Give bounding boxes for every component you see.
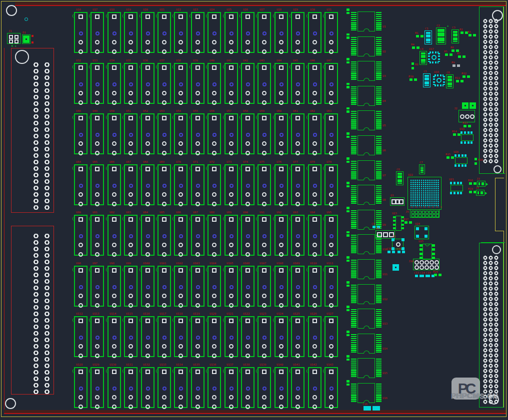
dot-footprint[interactable] xyxy=(24,17,28,21)
relay-footprint[interactable]: U35 xyxy=(124,63,138,104)
relay-footprint[interactable]: U44 xyxy=(274,63,288,104)
relay-footprint[interactable]: U97 xyxy=(90,266,104,307)
chip2-footprint[interactable]: R9 xyxy=(452,64,460,67)
chip2-footprint[interactable]: R15 xyxy=(446,156,454,159)
relay-footprint[interactable]: U77 xyxy=(291,164,304,205)
relay-footprint[interactable]: U118 xyxy=(174,316,188,357)
relay-footprint[interactable]: U58 xyxy=(241,113,254,154)
soic-footprint[interactable]: U7 xyxy=(351,160,383,180)
relay-footprint[interactable]: U138 xyxy=(241,367,254,408)
relay-footprint[interactable]: U78 xyxy=(308,164,322,205)
relay-footprint[interactable]: U139 xyxy=(258,367,271,408)
relay-footprint[interactable]: U134 xyxy=(174,367,188,408)
relay-footprint[interactable]: U90 xyxy=(241,215,254,256)
qfp-footprint[interactable]: U18 xyxy=(433,74,445,86)
relay-footprint[interactable]: U66 xyxy=(108,164,121,205)
relay-footprint[interactable]: U49 xyxy=(90,113,104,154)
relay-footprint[interactable]: U46 xyxy=(308,63,322,104)
chip2-footprint[interactable]: R5 xyxy=(445,53,452,56)
relay-footprint[interactable]: U85 xyxy=(158,215,171,256)
relay-footprint[interactable]: U128 xyxy=(74,367,88,408)
cap3-footprint[interactable]: C7 xyxy=(419,164,425,174)
chip2-footprint[interactable]: R11 xyxy=(456,80,464,82)
cap3-footprint[interactable]: C5 xyxy=(423,73,430,87)
relay-footprint[interactable]: U36 xyxy=(141,63,154,104)
relay-footprint[interactable]: U131 xyxy=(124,367,138,408)
relay-footprint[interactable]: U92 xyxy=(274,215,288,256)
relay-footprint[interactable]: U86 xyxy=(174,215,188,256)
relay-footprint[interactable]: U136 xyxy=(208,367,221,408)
relay-footprint[interactable]: U89 xyxy=(224,215,238,256)
relay-footprint[interactable]: U33 xyxy=(90,63,104,104)
relay-footprint[interactable]: U124 xyxy=(274,316,288,357)
relay-footprint[interactable]: U122 xyxy=(241,316,254,357)
quad4-footprint[interactable]: U24 xyxy=(414,226,429,239)
relay-footprint[interactable]: U117 xyxy=(158,316,171,357)
relay-footprint[interactable]: U51 xyxy=(124,113,138,154)
fourpad-footprint[interactable]: J1K + xyxy=(7,33,20,44)
relay-footprint[interactable]: U65 xyxy=(90,164,104,205)
relay-footprint[interactable]: U116 xyxy=(141,316,154,357)
relay-footprint[interactable]: U40 xyxy=(208,63,221,104)
relay-footprint[interactable]: U27 xyxy=(258,12,271,53)
soic-footprint[interactable]: U5 xyxy=(351,110,383,130)
relay-footprint[interactable]: U32 xyxy=(74,63,88,104)
relay-footprint[interactable]: U24 xyxy=(208,12,221,53)
soic-footprint[interactable]: U1 xyxy=(351,11,383,31)
relay-footprint[interactable]: U100 xyxy=(141,266,154,307)
chip2-footprint[interactable]: C11 xyxy=(398,251,405,253)
relay-footprint[interactable]: U42 xyxy=(241,63,254,104)
relay-footprint[interactable]: U107 xyxy=(258,266,271,307)
soic8c-footprint[interactable]: U20 xyxy=(454,154,468,167)
relay-footprint[interactable]: U82 xyxy=(108,215,121,256)
chip2-footprint[interactable]: C16 xyxy=(364,406,380,411)
soic-footprint[interactable]: U8 xyxy=(351,185,383,205)
cap3-footprint[interactable]: C4 xyxy=(420,51,427,65)
relay-footprint[interactable]: U88 xyxy=(208,215,221,256)
relay-footprint[interactable]: U119 xyxy=(191,316,204,357)
relay-footprint[interactable]: U20 xyxy=(141,12,154,53)
relay-footprint[interactable]: U30 xyxy=(308,12,322,53)
soic-footprint[interactable]: U11 xyxy=(351,259,383,279)
relay-footprint[interactable]: U98 xyxy=(108,266,121,307)
chip2-footprint[interactable]: C15 xyxy=(427,275,434,277)
chip2v-footprint[interactable]: R16 xyxy=(474,158,477,165)
cap3-footprint[interactable]: +C2 xyxy=(436,27,446,44)
edge-connector-left[interactable] xyxy=(11,48,54,213)
soic-footprint[interactable]: U16 xyxy=(351,383,383,403)
relay-footprint[interactable]: U99 xyxy=(124,266,138,307)
soic-footprint[interactable]: U12 xyxy=(351,284,383,304)
relay-footprint[interactable]: U23 xyxy=(191,12,204,53)
relay-footprint[interactable]: U75 xyxy=(258,164,271,205)
triple3-footprint[interactable]: Q1 xyxy=(390,197,404,206)
cap3-footprint[interactable]: C8 xyxy=(396,171,404,185)
relay-footprint[interactable]: U96 xyxy=(74,266,88,307)
pads2x2-footprint[interactable] xyxy=(392,264,399,271)
bga-footprint[interactable]: U22 xyxy=(408,177,442,210)
chip2-footprint[interactable]: R12 xyxy=(462,75,470,78)
relay-footprint[interactable]: U29 xyxy=(291,12,304,53)
relay-footprint[interactable]: U79 xyxy=(324,164,338,205)
soic-footprint[interactable]: U3 xyxy=(351,61,383,81)
relay-footprint[interactable]: U130 xyxy=(108,367,121,408)
soic8c-footprint[interactable]: U19 xyxy=(460,131,474,144)
relay-footprint[interactable]: U57 xyxy=(224,113,238,154)
relay-footprint[interactable]: U69 xyxy=(158,164,171,205)
soic8c-footprint[interactable]: U21 xyxy=(450,182,464,194)
relay-footprint[interactable]: U143 xyxy=(324,367,338,408)
relay-footprint[interactable]: U93 xyxy=(291,215,304,256)
dip8-footprint[interactable]: U25 xyxy=(420,244,435,260)
relay-footprint[interactable]: U28 xyxy=(274,12,288,53)
relay-footprint[interactable]: U18 xyxy=(108,12,121,53)
relay-footprint[interactable]: U126 xyxy=(308,316,322,357)
relay-footprint[interactable]: U104 xyxy=(208,266,221,307)
chip2-footprint[interactable]: R20 xyxy=(434,274,442,276)
labelrow-footprint[interactable]: R R R R R R R R xyxy=(411,206,442,208)
hdr-footprint[interactable]: J10 xyxy=(413,259,440,270)
relay-footprint[interactable]: U63 xyxy=(324,113,338,154)
relay-footprint[interactable]: U101 xyxy=(158,266,171,307)
soic-footprint[interactable]: U2 xyxy=(351,36,383,56)
relay-footprint[interactable]: U95 xyxy=(324,215,338,256)
chip2-footprint[interactable]: R19 xyxy=(469,191,476,193)
relay-footprint[interactable]: U137 xyxy=(224,367,238,408)
